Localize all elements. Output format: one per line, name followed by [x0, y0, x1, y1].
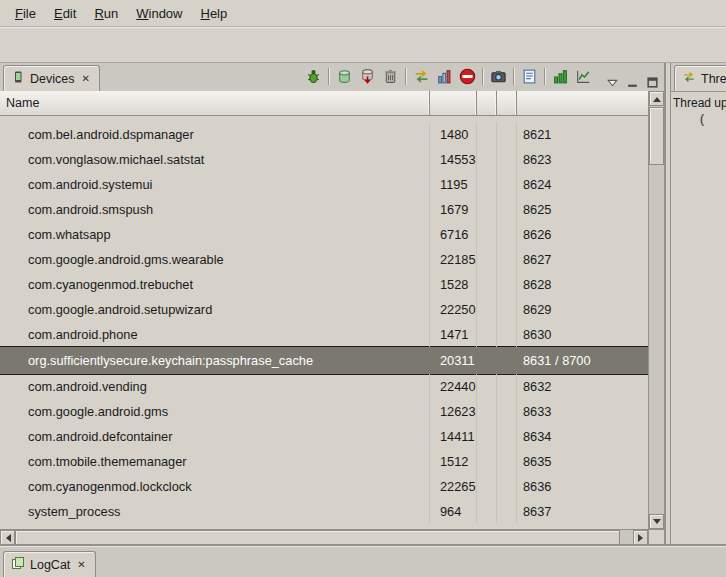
table-row[interactable]: com.android.systemui11958624 [0, 172, 648, 197]
column-header-pid[interactable] [430, 91, 477, 115]
close-icon[interactable]: ✕ [75, 559, 87, 571]
graph-icon[interactable] [573, 66, 594, 87]
process-port: 8623 [517, 147, 648, 172]
cell-empty [477, 172, 497, 197]
process-pid: 1679 [430, 197, 477, 222]
process-name: com.cyanogenmod.lockclock [0, 474, 430, 499]
minimize-icon[interactable] [624, 74, 641, 91]
cell-empty [497, 474, 517, 499]
process-pid: 22440 [430, 374, 477, 399]
scroll-left-button[interactable] [0, 530, 15, 545]
threads-pane: Threads Thread up ( [670, 63, 726, 545]
tab-threads[interactable]: Threads [674, 65, 726, 91]
menu-item-help[interactable]: Help [191, 3, 236, 24]
table-row[interactable]: com.google.android.gms126238633 [0, 399, 648, 424]
process-name: com.android.vending [0, 374, 430, 399]
report-icon[interactable] [519, 66, 540, 87]
threads-message: Thread up ( [671, 92, 726, 130]
scrollbar-corner [648, 529, 664, 545]
toolbar-separator [544, 68, 545, 85]
process-name: com.android.defcontainer [0, 424, 430, 449]
table-row[interactable]: com.google.android.setupwizard222508629 [0, 297, 648, 322]
view-menu-icon[interactable] [604, 74, 621, 91]
method-profiling-icon[interactable] [434, 66, 455, 87]
threads-tab-label: Threads [701, 72, 726, 86]
table-row[interactable]: com.android.phone14718630 [0, 322, 648, 347]
menubar: FileEditRunWindowHelp [0, 0, 726, 27]
table-row[interactable]: com.android.vending224408632 [0, 374, 648, 399]
process-name: com.tmobile.thememanager [0, 449, 430, 474]
process-port: 8621 [517, 122, 648, 147]
update-heap-icon[interactable] [334, 66, 355, 87]
cell-empty [477, 297, 497, 322]
column-header-4[interactable] [497, 91, 517, 115]
table-row[interactable]: com.whatsapp67168626 [0, 222, 648, 247]
process-port: 8628 [517, 272, 648, 297]
table-row[interactable]: com.cyanogenmod.lockclock222658636 [0, 474, 648, 499]
screen-capture-icon[interactable] [488, 66, 509, 87]
logcat-tab-label: LogCat [30, 558, 70, 572]
horizontal-scroll-thumb[interactable] [15, 530, 620, 545]
tab-devices[interactable]: Devices ✕ [3, 65, 100, 91]
stop-process-icon[interactable] [457, 66, 478, 87]
cell-empty [477, 399, 497, 424]
cell-empty [497, 499, 517, 524]
table-row[interactable]: org.sufficientlysecure.keychain:passphra… [0, 346, 648, 375]
process-name: com.google.android.setupwizard [0, 297, 430, 322]
systrace-bars-icon[interactable] [550, 66, 571, 87]
scroll-up-button[interactable] [649, 91, 664, 106]
vertical-scroll-thumb[interactable] [649, 107, 664, 165]
table-row[interactable]: com.cyanogenmod.trebuchet15288628 [0, 272, 648, 297]
table-row[interactable]: system_process9648637 [0, 499, 648, 524]
cell-empty [497, 222, 517, 247]
toolbar-separator [513, 68, 514, 85]
cell-empty [477, 374, 497, 399]
view-window-controls [604, 74, 664, 91]
scroll-right-button[interactable] [633, 530, 648, 545]
menu-item-run[interactable]: Run [85, 3, 127, 24]
cell-empty [497, 297, 517, 322]
process-pid: 22265 [430, 474, 477, 499]
maximize-icon[interactable] [644, 74, 661, 91]
close-icon[interactable]: ✕ [79, 73, 91, 85]
column-header-name[interactable]: Name [0, 91, 430, 115]
tab-logcat[interactable]: LogCat ✕ [3, 551, 96, 577]
table-row[interactable]: com.vonglasow.michael.satstat145538623 [0, 147, 648, 172]
process-pid: 1480 [430, 122, 477, 147]
process-port: 8630 [517, 322, 648, 347]
scroll-down-button[interactable] [649, 514, 664, 529]
table-row[interactable]: com.tmobile.thememanager15128635 [0, 449, 648, 474]
vertical-scrollbar[interactable] [648, 91, 664, 529]
process-pid: 14553 [430, 147, 477, 172]
column-header-port[interactable] [517, 91, 648, 115]
horizontal-scrollbar[interactable] [0, 529, 648, 545]
dump-hprof-icon[interactable] [357, 66, 378, 87]
devices-viewbar: Devices ✕ [0, 63, 664, 92]
menu-item-edit[interactable]: Edit [45, 3, 85, 24]
cell-empty [477, 347, 497, 374]
menu-item-window[interactable]: Window [127, 3, 191, 24]
cell-empty [497, 272, 517, 297]
process-port: 8629 [517, 297, 648, 322]
cell-empty [497, 424, 517, 449]
table-row[interactable]: com.android.smspush16798625 [0, 197, 648, 222]
menu-item-file[interactable]: File [6, 3, 45, 24]
update-threads-icon[interactable] [411, 66, 432, 87]
cause-gc-icon[interactable] [380, 66, 401, 87]
debug-icon[interactable] [303, 66, 324, 87]
cell-empty [497, 197, 517, 222]
cell-empty [497, 347, 517, 374]
process-name: com.vonglasow.michael.satstat [0, 147, 430, 172]
process-name: com.android.systemui [0, 172, 430, 197]
threads-message-line2: ( [673, 111, 724, 127]
table-row[interactable]: com.google.android.gms.wearable221858627 [0, 247, 648, 272]
table-row[interactable]: com.bel.android.dspmanager14808621 [0, 122, 648, 147]
table-row[interactable]: com.android.defcontainer144118634 [0, 424, 648, 449]
application-window: FileEditRunWindowHelp Devices ✕ Name com… [0, 0, 726, 577]
process-port: 8625 [517, 197, 648, 222]
cell-empty [477, 322, 497, 347]
process-port: 8634 [517, 424, 648, 449]
column-header-3[interactable] [477, 91, 497, 115]
process-port: 8637 [517, 499, 648, 524]
process-pid: 1512 [430, 449, 477, 474]
